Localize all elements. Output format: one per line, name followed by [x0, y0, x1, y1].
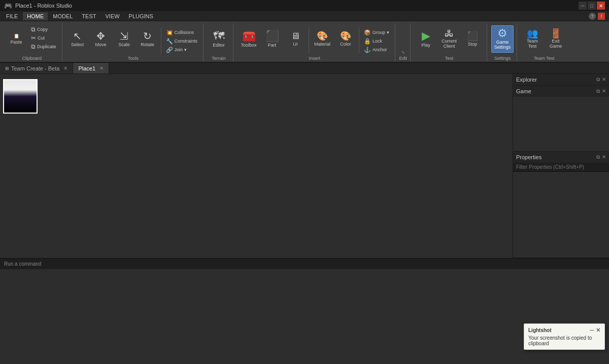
- anchor-button[interactable]: ⚓ Anchor: [361, 46, 392, 54]
- duplicate-button[interactable]: ⧉ Duplicate: [28, 43, 59, 51]
- game-settings-icon: ⚙: [497, 28, 507, 39]
- select-icon: ↖: [73, 31, 82, 41]
- menu-home[interactable]: HOME: [23, 12, 48, 20]
- lock-icon: 🔒: [364, 38, 371, 45]
- explorer-panel: Explorer ⧉ ✕: [513, 74, 609, 86]
- ribbon-group-team-test: 👥 TeamTest 🚪 ExitGame Team Test: [518, 23, 570, 62]
- ui-label: UI: [293, 42, 298, 47]
- ribbon-group-test: ▶ Play 🖧 CurrentClient ⬛ Stop Test: [412, 23, 487, 62]
- menu-model[interactable]: MODEL: [49, 12, 77, 20]
- team-test-label: TeamTest: [527, 39, 538, 49]
- ribbon-group-tools: ↖ Select ✥ Move ⇲ Scale ↻ Rotate 💥 Colli…: [63, 23, 204, 62]
- select-button[interactable]: ↖ Select: [66, 25, 89, 53]
- paste-label: Paste: [10, 40, 22, 45]
- properties-panel-title: Properties: [516, 154, 542, 160]
- properties-panel: Properties ⧉ ✕: [513, 152, 609, 258]
- game-panel-title: Game: [516, 88, 531, 94]
- menu-bar: FILE HOME MODEL TEST VIEW PLUGINS ? !: [0, 11, 609, 21]
- maximize-button[interactable]: □: [588, 2, 596, 10]
- toast-message: Your screenshot is copied to clipboard: [528, 335, 592, 346]
- title-bar: 🎮 Place1 - Roblox Studio ─ □ ✕: [0, 0, 609, 11]
- ribbon-group-edit: ⤡ Edit: [396, 23, 411, 62]
- copy-button[interactable]: ⧉ Copy: [28, 25, 59, 33]
- game-settings-button[interactable]: ⚙ GameSettings: [491, 25, 514, 53]
- title-bar-controls: ─ □ ✕: [579, 2, 605, 10]
- scale-button[interactable]: ⇲ Scale: [113, 25, 136, 53]
- collisions-button[interactable]: 💥 Collisions: [163, 28, 200, 37]
- title-bar-title: Place1 - Roblox Studio: [15, 3, 72, 9]
- ribbon-group-insert: 🧰 Toolbox ⬛ Part 🖥 UI 🎨 Material 🎨 Color: [234, 23, 395, 62]
- move-icon: ✥: [96, 31, 105, 41]
- play-button[interactable]: ▶ Play: [415, 25, 437, 53]
- group-label: Group ▾: [373, 30, 389, 35]
- tab-team-create-label: Team Create - Beta: [11, 65, 59, 71]
- play-icon: ▶: [422, 30, 430, 42]
- game-close-icon[interactable]: ✕: [602, 88, 606, 94]
- viewport[interactable]: [0, 74, 513, 258]
- menu-file[interactable]: FILE: [2, 12, 22, 20]
- current-client-button[interactable]: 🖧 CurrentClient: [438, 25, 460, 53]
- group-button[interactable]: 📦 Group ▾: [361, 28, 392, 37]
- properties-float-icon[interactable]: ⧉: [596, 154, 600, 160]
- ui-button[interactable]: 🖥 UI: [284, 25, 307, 53]
- lock-label: Lock: [373, 39, 382, 44]
- current-client-label: CurrentClient: [442, 39, 457, 49]
- editor-button[interactable]: 🗺 Editor: [208, 25, 230, 53]
- terrain-group-label: Terrain: [208, 56, 230, 62]
- minimize-button[interactable]: ─: [579, 2, 587, 10]
- toast-minimize-icon[interactable]: ─: [590, 327, 594, 334]
- toolbox-icon: 🧰: [242, 30, 256, 42]
- insert-group-label: Insert: [238, 56, 392, 62]
- paste-button[interactable]: Paste: [5, 25, 27, 53]
- color-icon: 🎨: [340, 31, 351, 41]
- part-button[interactable]: ⬛ Part: [261, 25, 283, 53]
- copy-icon: ⧉: [31, 26, 36, 33]
- close-button[interactable]: ✕: [597, 2, 605, 10]
- tab-place1[interactable]: Place1 ✕: [73, 63, 109, 74]
- explorer-panel-title: Explorer: [516, 77, 537, 83]
- cut-button[interactable]: ✂ Cut: [28, 34, 59, 42]
- join-label: Join ▾: [175, 47, 187, 52]
- tab-team-create-close[interactable]: ✕: [63, 65, 67, 71]
- game-float-icon[interactable]: ⧉: [596, 88, 600, 94]
- editor-label: Editor: [213, 43, 225, 48]
- rotate-icon: ↻: [143, 31, 152, 41]
- join-button[interactable]: 🔗 Join ▾: [163, 46, 200, 54]
- insert-separator2: [359, 27, 359, 54]
- toolbox-button[interactable]: 🧰 Toolbox: [238, 25, 260, 53]
- ribbon-group-terrain: 🗺 Editor Terrain: [205, 23, 233, 62]
- rotate-button[interactable]: ↻ Rotate: [137, 25, 159, 53]
- tab-place1-close[interactable]: ✕: [99, 65, 104, 71]
- toolbox-label: Toolbox: [241, 43, 257, 48]
- menu-view[interactable]: VIEW: [101, 12, 123, 20]
- material-button[interactable]: 🎨 Material: [311, 25, 333, 53]
- toast-title: Lightshot: [528, 327, 552, 333]
- menu-plugins[interactable]: PLUGINS: [125, 12, 157, 20]
- toast-close-icon[interactable]: ✕: [596, 327, 600, 334]
- edit-expand-icon[interactable]: ⤡: [401, 50, 405, 55]
- tools-separator: [161, 27, 161, 54]
- scale-label: Scale: [118, 42, 130, 47]
- edit-group-label: Edit: [399, 56, 408, 62]
- ribbon-group-settings: ⚙ GameSettings Settings: [488, 23, 517, 62]
- properties-filter-input[interactable]: [513, 163, 609, 172]
- move-button[interactable]: ✥ Move: [90, 25, 112, 53]
- constraints-icon: 🔧: [166, 38, 173, 45]
- properties-close-icon[interactable]: ✕: [602, 154, 606, 160]
- notification-button[interactable]: !: [598, 13, 605, 20]
- stop-button[interactable]: ⬛ Stop: [461, 25, 484, 53]
- constraints-button[interactable]: 🔧 Constraints: [163, 37, 200, 45]
- menu-test[interactable]: TEST: [78, 12, 100, 20]
- explorer-float-icon[interactable]: ⧉: [596, 77, 600, 83]
- play-label: Play: [421, 43, 430, 48]
- exit-game-button[interactable]: 🚪 ExitGame: [545, 25, 567, 53]
- help-button[interactable]: ?: [589, 13, 596, 20]
- tab-team-create[interactable]: ⊞ Team Create - Beta ✕: [0, 63, 73, 74]
- explorer-close-icon[interactable]: ✕: [602, 77, 606, 83]
- color-button[interactable]: 🎨 Color: [334, 25, 357, 53]
- exit-game-icon: 🚪: [550, 29, 561, 38]
- team-test-button[interactable]: 👥 TeamTest: [521, 25, 544, 53]
- cut-icon: ✂: [31, 34, 36, 42]
- properties-panel-header: Properties ⧉ ✕: [513, 152, 609, 163]
- lock-button[interactable]: 🔒 Lock: [361, 37, 392, 45]
